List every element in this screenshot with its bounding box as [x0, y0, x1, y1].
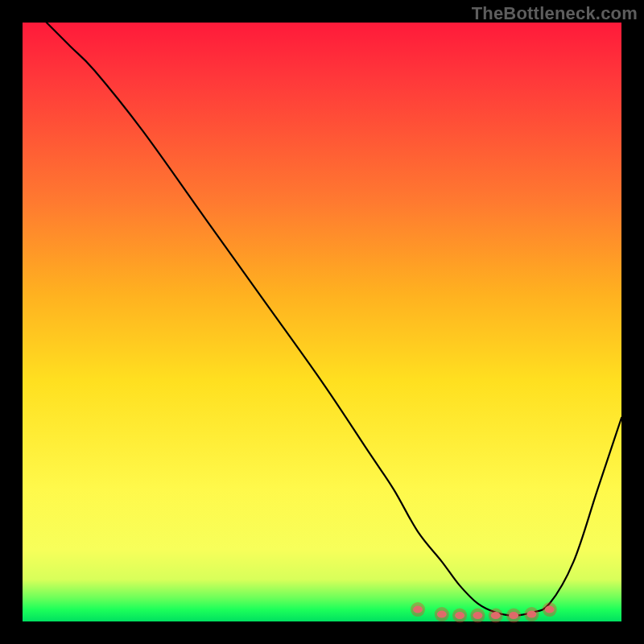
chart-canvas: TheBottleneck.com: [0, 0, 644, 644]
min-marker-4: [473, 612, 482, 619]
bottleneck-curve: [47, 23, 621, 616]
min-marker-1: [413, 606, 423, 613]
min-marker-3: [455, 612, 464, 619]
min-marker-7: [526, 611, 536, 618]
min-marker-6: [509, 612, 518, 619]
min-marker-8: [545, 606, 555, 613]
watermark-text: TheBottleneck.com: [472, 3, 638, 24]
min-marker-2: [437, 611, 447, 618]
marker-group: [411, 602, 557, 622]
curve-layer: [23, 23, 621, 621]
min-marker-5: [491, 612, 501, 619]
